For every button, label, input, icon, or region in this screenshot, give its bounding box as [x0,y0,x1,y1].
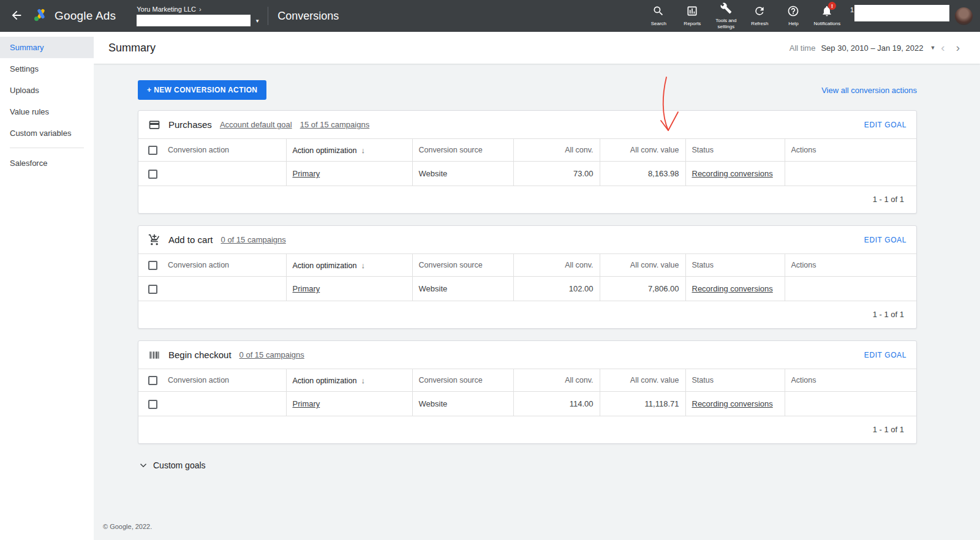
campaigns-link[interactable]: 0 of 15 campaigns [239,350,304,359]
chevron-right-icon: › [199,6,202,13]
sidebar: Summary Settings Uploads Value rules Cus… [0,32,94,540]
sidebar-item-value-rules[interactable]: Value rules [0,101,94,122]
topbar-actions: Search Reports Tools and settings Refres… [642,1,973,31]
select-all-checkbox[interactable] [148,261,157,270]
date-next-button[interactable]: › [951,41,965,54]
edit-goal-button[interactable]: EDIT GOAL [864,121,907,129]
all-conv-value-amount: 8,163.98 [648,169,679,178]
sort-descending-icon: ↓ [361,376,365,385]
date-range-picker[interactable]: All time Sep 30, 2010 – Jan 19, 2022 ▼ [790,43,936,53]
conversion-row: Primary Website 73.00 8,163.98 Recording… [138,162,916,186]
toolbar-row: + NEW CONVERSION ACTION View all convers… [138,80,917,100]
customer-id-redacted-box [854,5,949,21]
back-button[interactable] [10,9,23,24]
column-header: All conv. value [630,376,679,384]
account-selector[interactable]: Yoru Marketing LLC › [137,6,251,26]
sidebar-item-salesforce[interactable]: Salesforce [0,152,94,174]
all-conv-value: 73.00 [573,169,594,178]
customer-id-prefix: 1 [850,6,854,13]
status-link[interactable]: Recording conversions [692,399,773,408]
conversion-row: Primary Website 114.00 11,118.71 Recordi… [138,392,916,416]
sidebar-item-label: Salesforce [10,159,47,168]
goal-title: Add to cart [168,234,213,245]
custom-goals-label: Custom goals [153,460,206,470]
topbar-divider [268,7,268,25]
all-conv-value: 114.00 [570,399,594,408]
notifications-button[interactable]: ! Notifications [810,4,844,28]
conversion-source: Website [419,284,448,293]
column-header: All conv. value [630,261,679,269]
sidebar-item-custom-variables[interactable]: Custom variables [0,122,94,144]
main-content: Summary All time Sep 30, 2010 – Jan 19, … [94,32,980,540]
google-ads-logo[interactable]: Google Ads [33,7,116,24]
campaigns-link[interactable]: 15 of 15 campaigns [300,120,369,129]
optimization-link[interactable]: Primary [293,399,320,408]
column-header: Actions [791,261,816,269]
new-conversion-action-button[interactable]: + NEW CONVERSION ACTION [138,80,266,100]
account-default-goal-link[interactable]: Account default goal [220,120,292,129]
row-checkbox[interactable] [148,285,157,294]
select-all-checkbox[interactable] [148,146,157,155]
column-header: Conversion source [419,261,483,269]
chevron-down-icon: ▼ [930,45,935,51]
view-all-conversion-actions-link[interactable]: View all conversion actions [821,86,917,95]
goal-card-header: Add to cart 0 of 15 campaigns EDIT GOAL [138,226,916,253]
brand-name: Google Ads [55,9,116,23]
column-header: All conv. [565,261,593,269]
column-header-sorted[interactable]: Action optimization [293,377,357,385]
conversion-row: Primary Website 102.00 7,806.00 Recordin… [138,277,916,301]
help-button[interactable]: Help [777,4,810,28]
pagination-label: 1 - 1 of 1 [873,425,904,434]
date-preset-label: All time [790,43,816,53]
all-conv-value: 102.00 [569,284,594,293]
date-previous-button[interactable]: ‹ [935,41,950,54]
edit-goal-button[interactable]: EDIT GOAL [864,351,907,359]
column-header-sorted[interactable]: Action optimization [293,261,357,270]
row-checkbox[interactable] [148,170,157,179]
pagination: 1 - 1 of 1 [138,186,916,213]
campaigns-link[interactable]: 0 of 15 campaigns [221,235,286,244]
status-link[interactable]: Recording conversions [692,284,773,293]
avatar[interactable] [955,7,973,25]
optimization-link[interactable]: Primary [293,284,320,293]
sidebar-item-label: Custom variables [10,129,71,138]
reports-button[interactable]: Reports [676,4,709,28]
page-header: Summary All time Sep 30, 2010 – Jan 19, … [94,32,980,64]
bar-chart-icon [686,5,698,19]
select-all-checkbox[interactable] [148,376,157,385]
sidebar-item-label: Summary [10,43,44,52]
column-header: Status [692,376,714,384]
credit-card-icon [148,119,160,131]
refresh-icon [753,5,766,19]
pagination: 1 - 1 of 1 [138,301,916,328]
column-header-sorted[interactable]: Action optimization [293,146,357,155]
account-id-redacted-box [137,15,251,26]
goal-card-header: Begin checkout 0 of 15 campaigns EDIT GO… [138,341,916,369]
optimization-link[interactable]: Primary [293,169,320,178]
refresh-button[interactable]: Refresh [743,4,777,28]
goal-card-add-to-cart: Add to cart 0 of 15 campaigns EDIT GOAL … [138,225,917,329]
sort-descending-icon: ↓ [361,261,365,270]
goal-title: Begin checkout [168,350,232,360]
row-checkbox[interactable] [148,400,157,409]
account-dropdown-caret-icon[interactable]: ▼ [255,18,260,24]
column-header: Actions [791,146,816,154]
sidebar-item-settings[interactable]: Settings [0,58,94,80]
search-icon [652,5,665,19]
status-link[interactable]: Recording conversions [692,169,773,178]
custom-goals-toggle[interactable]: Custom goals [138,460,206,471]
sidebar-item-uploads[interactable]: Uploads [0,80,94,101]
chevron-down-icon [138,460,149,471]
search-button[interactable]: Search [642,4,676,28]
topbar: Google Ads Yoru Marketing LLC › ▼ Conver… [0,0,980,32]
column-header: All conv. value [630,146,679,154]
edit-goal-button[interactable]: EDIT GOAL [864,236,907,244]
conversion-source: Website [419,399,448,408]
footer-copyright: © Google, 2022. [103,523,152,530]
conversions-table: Conversion action Action optimization↓ C… [138,138,916,186]
add-to-cart-icon [148,234,160,246]
tools-and-settings-button[interactable]: Tools and settings [709,1,743,31]
sidebar-item-summary[interactable]: Summary [0,37,94,58]
all-conv-value-amount: 11,118.71 [645,399,679,408]
table-header-row: Conversion action Action optimization↓ C… [138,139,916,162]
